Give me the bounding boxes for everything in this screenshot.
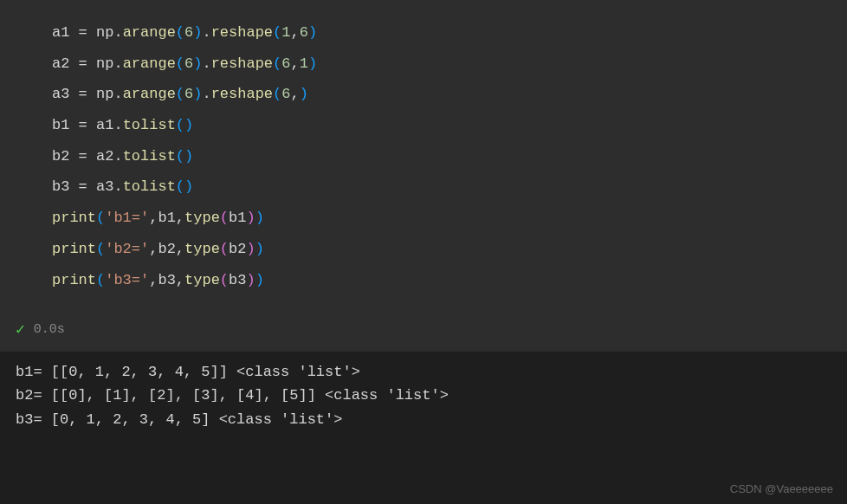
- checkmark-icon: ✓: [16, 320, 25, 339]
- code-line: print('b2=',b2,type(b2)): [52, 234, 847, 265]
- code-line: b3 = a3.tolist(): [52, 171, 847, 203]
- output-line: b1= [[0, 1, 2, 3, 4, 5]] <class 'list'>: [16, 360, 847, 384]
- code-line: print('b3=',b3,type(b3)): [52, 265, 847, 296]
- code-line: b2 = a2.tolist(): [52, 141, 847, 172]
- code-line: a3 = np.arange(6).reshape(6,): [52, 79, 847, 110]
- code-editor[interactable]: a1 = np.arange(6).reshape(1,6) a2 = np.a…: [0, 0, 847, 313]
- code-line: a2 = np.arange(6).reshape(6,1): [52, 48, 847, 80]
- execution-time: 0.0s: [34, 322, 65, 337]
- execution-status: ✓ 0.0s: [0, 313, 847, 352]
- code-line: print('b1=',b1,type(b1)): [52, 203, 847, 234]
- watermark: CSDN @Vaeeeeeee: [730, 482, 833, 495]
- output-panel: b1= [[0, 1, 2, 3, 4, 5]] <class 'list'> …: [0, 352, 847, 431]
- output-line: b3= [0, 1, 2, 3, 4, 5] <class 'list'>: [16, 408, 847, 431]
- code-line: a1 = np.arange(6).reshape(1,6): [52, 17, 847, 48]
- output-line: b2= [[0], [1], [2], [3], [4], [5]] <clas…: [16, 384, 847, 407]
- code-line: b1 = a1.tolist(): [52, 110, 847, 141]
